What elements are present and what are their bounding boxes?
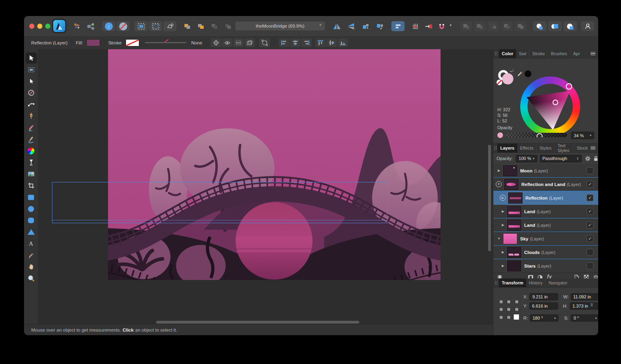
opacity-slider[interactable] [506, 133, 567, 137]
expand-arrow-icon[interactable]: ▶ [501, 223, 505, 227]
lock-icon[interactable] [593, 156, 598, 162]
align-top-button[interactable] [315, 38, 326, 47]
artboard-tool[interactable] [26, 64, 37, 75]
opacity-value-box[interactable]: 34 % ▾ [571, 132, 594, 139]
tab-appearance[interactable]: Apr [570, 49, 583, 58]
workspace-squares-icon[interactable] [71, 21, 83, 31]
visibility-checkbox[interactable]: ✓ [587, 222, 593, 228]
ellipse-tool[interactable] [26, 203, 37, 214]
expand-arrow-icon[interactable]: ▼ [497, 237, 501, 240]
rotate-cw-button[interactable] [373, 21, 386, 31]
opacity-slider-knob[interactable] [537, 133, 543, 137]
no-color-icon[interactable] [497, 80, 502, 85]
marquee-grid-button[interactable] [134, 21, 148, 31]
flip-horizontal-button[interactable] [331, 21, 343, 31]
insert-target-button[interactable] [423, 21, 435, 31]
tab-effects[interactable]: Effects [517, 144, 537, 152]
stroke-width-value[interactable]: None [191, 40, 202, 45]
enable-transform-button[interactable] [259, 38, 270, 47]
show-handles-button[interactable] [233, 38, 244, 47]
text-tool[interactable]: A [26, 238, 37, 249]
zoom-tool[interactable] [26, 273, 37, 284]
expand-arrow-icon[interactable]: ▶ [501, 210, 505, 213]
blend-options-gear-icon[interactable] [585, 156, 591, 162]
panel-menu-icon[interactable] [591, 146, 595, 150]
tab-stroke[interactable]: Stroke [529, 49, 548, 58]
expand-arrow-icon[interactable]: ▶ [501, 264, 505, 268]
pixel-persona-button[interactable] [116, 21, 130, 31]
layer-row-reflection[interactable]: ▶ Reflection (Layer) ✓ [493, 191, 598, 205]
insert-behind-button[interactable] [563, 21, 577, 31]
panel-grip[interactable] [494, 52, 498, 56]
boolean-combine-button[interactable] [515, 21, 527, 31]
selection-bounding-box[interactable] [52, 182, 387, 223]
align-left-button[interactable] [279, 38, 289, 47]
vector-brush-tool[interactable] [26, 134, 37, 145]
close-button[interactable] [29, 24, 34, 29]
h-field[interactable]: 1.373 in [570, 302, 598, 310]
colour-picker-tool[interactable] [26, 250, 37, 261]
vertical-scrollbar[interactable] [488, 145, 491, 251]
boolean-intersect-button[interactable] [487, 21, 499, 31]
move-forward-button[interactable] [181, 21, 194, 31]
layer-row-stars[interactable]: ▶ Stars (Layer) [493, 259, 598, 272]
align-right-button[interactable] [301, 38, 312, 47]
panel-grip[interactable] [494, 146, 497, 150]
fill-gradient-tool[interactable] [26, 145, 37, 156]
account-button[interactable] [581, 21, 594, 31]
horizontal-scrollbar[interactable] [156, 321, 359, 324]
fill-color-well[interactable] [502, 73, 513, 84]
corner-tool[interactable] [26, 99, 37, 110]
fill-swatch[interactable] [86, 39, 100, 46]
flip-vertical-button[interactable] [345, 21, 357, 31]
layer-row-sky[interactable]: ▼ Sky (Layer) ✓ [493, 232, 598, 246]
layer-row-clouds[interactable]: ▶ Clouds (Layer) [493, 246, 598, 259]
tab-navigator[interactable]: Navigator [546, 278, 570, 287]
transparency-tool[interactable] [26, 157, 37, 168]
cycle-selection-box-button[interactable] [244, 38, 255, 47]
layer-row-land[interactable]: ▶ Land (Layer) ✓ [493, 205, 598, 218]
stroke-fill-selector[interactable]: ⤾ [498, 70, 515, 87]
hide-selection-button[interactable] [222, 38, 232, 47]
expand-arrow-icon[interactable]: ▼ [496, 181, 502, 187]
snapping-magnet-button[interactable] [436, 21, 448, 31]
view-hand-tool[interactable] [26, 261, 37, 272]
tab-layers[interactable]: Layers [497, 144, 517, 152]
layer-row-moon[interactable]: ▶ Moon (Layer) [493, 164, 598, 178]
expand-arrow-icon[interactable]: ▶ [500, 195, 506, 201]
tab-swatches[interactable]: Swt [516, 49, 529, 58]
panel-grip[interactable] [494, 281, 498, 285]
maximize-button[interactable] [45, 24, 50, 29]
visibility-checkbox[interactable]: ✓ [587, 181, 593, 188]
point-transform-tool[interactable] [26, 87, 37, 98]
alignment-button[interactable] [391, 21, 405, 31]
panel-menu-icon[interactable] [591, 52, 595, 56]
tab-brushes[interactable]: Brushes [548, 49, 570, 58]
eyedropper-icon[interactable] [517, 70, 524, 77]
snapping-options-caret[interactable]: ▾ [450, 23, 452, 27]
boolean-add-button[interactable]: + [460, 21, 472, 31]
marquee-lasso-button[interactable] [163, 21, 176, 31]
anchor-bottom-right-selected[interactable] [514, 314, 519, 320]
visibility-checkbox[interactable]: ✓ [587, 194, 593, 201]
layer-row-land-2[interactable]: ▶ Land (Layer) ✓ [493, 218, 598, 232]
canvas-viewport[interactable] [38, 49, 493, 324]
blend-mode-select[interactable]: Passthrough ⇕ [540, 155, 582, 162]
swap-colors-icon[interactable]: ⤾ [510, 68, 513, 73]
visibility-checkbox[interactable]: ✓ [587, 208, 593, 215]
align-middle-button[interactable] [327, 38, 337, 47]
insert-on-top-button[interactable] [548, 21, 562, 31]
move-backward-button[interactable] [194, 21, 207, 31]
w-field[interactable]: 11.092 in [571, 293, 598, 300]
visibility-checkbox[interactable] [587, 262, 593, 269]
visibility-checkbox[interactable] [587, 249, 593, 256]
noise-toggle-icon[interactable] [497, 132, 503, 138]
pencil-tool[interactable] [26, 122, 37, 133]
expand-arrow-icon[interactable]: ▶ [497, 169, 501, 172]
tab-transform[interactable]: Transform [499, 278, 526, 287]
visibility-checkbox[interactable] [587, 167, 593, 174]
align-bottom-button[interactable] [338, 38, 348, 47]
layer-row-reflection-and-land[interactable]: ▼ Reflection and Land (Layer) ✓ [493, 178, 598, 191]
minimize-button[interactable] [37, 24, 42, 29]
r-field[interactable]: 180 ° ▾ [530, 314, 559, 322]
